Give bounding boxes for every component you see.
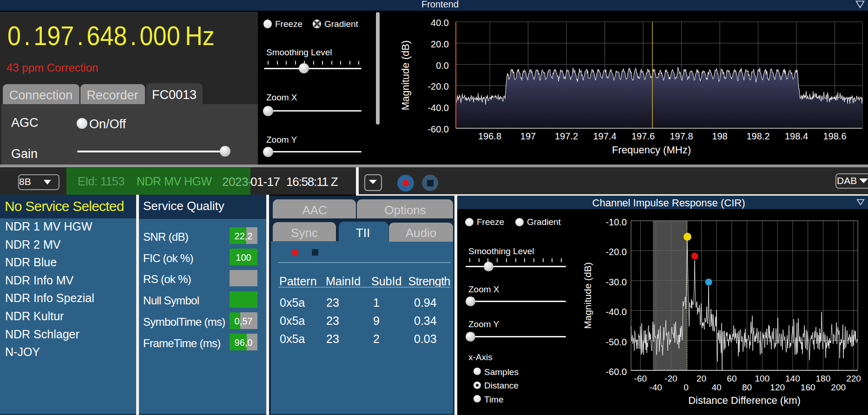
- svg-text:197.2: 197.2: [555, 131, 578, 141]
- svg-text:197.4: 197.4: [593, 131, 616, 141]
- svg-text:40: 40: [712, 382, 722, 392]
- svg-text:20: 20: [697, 374, 706, 383]
- svg-text:220: 220: [846, 374, 861, 383]
- svg-text:0: 0: [684, 382, 689, 392]
- svg-text:Magnitude (dB): Magnitude (dB): [582, 262, 593, 329]
- svg-text:198.4: 198.4: [785, 131, 808, 141]
- svg-text:180: 180: [816, 374, 831, 383]
- svg-text:198.6: 198.6: [823, 131, 846, 141]
- svg-text:197.8: 197.8: [670, 131, 693, 141]
- svg-text:-40.0: -40.0: [605, 307, 627, 317]
- svg-text:40.0: 40.0: [431, 18, 449, 28]
- svg-text:120: 120: [770, 382, 785, 392]
- svg-text:Frequency (MHz): Frequency (MHz): [612, 144, 691, 156]
- svg-text:-20: -20: [664, 374, 677, 383]
- svg-text:-40.0: -40.0: [427, 103, 449, 113]
- svg-text:Magnitude (dB): Magnitude (dB): [400, 40, 411, 110]
- svg-text:60: 60: [727, 374, 736, 383]
- svg-text:160: 160: [801, 382, 815, 392]
- svg-text:198.2: 198.2: [746, 131, 769, 141]
- svg-text:198: 198: [712, 131, 727, 141]
- svg-text:80: 80: [742, 382, 752, 392]
- svg-text:-10.0: -10.0: [605, 217, 627, 227]
- svg-text:197: 197: [520, 131, 536, 141]
- svg-text:0.0: 0.0: [436, 60, 449, 71]
- svg-text:-60.0: -60.0: [427, 124, 449, 134]
- svg-text:20.0: 20.0: [431, 39, 449, 49]
- svg-text:-40: -40: [649, 382, 662, 392]
- svg-text:197.6: 197.6: [631, 131, 655, 141]
- svg-text:Distance Difference (km): Distance Difference (km): [688, 395, 801, 406]
- svg-text:-50.0: -50.0: [605, 337, 627, 347]
- svg-text:-30.0: -30.0: [605, 277, 627, 287]
- svg-text:140: 140: [785, 374, 800, 383]
- svg-text:-20.0: -20.0: [605, 247, 627, 257]
- svg-text:-20.0: -20.0: [427, 81, 449, 92]
- svg-text:-60.0: -60.0: [605, 367, 627, 377]
- svg-text:100: 100: [755, 374, 770, 383]
- svg-text:200: 200: [831, 382, 846, 392]
- svg-text:196.8: 196.8: [478, 131, 501, 141]
- svg-text:-60: -60: [634, 374, 647, 383]
